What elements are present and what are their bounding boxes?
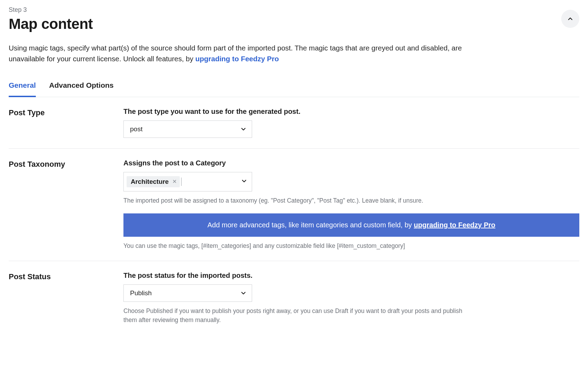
post-type-select[interactable]: post — [123, 120, 252, 138]
tabs: General Advanced Options — [9, 77, 579, 97]
taxonomy-chip-label: Architecture — [131, 178, 169, 186]
tab-general[interactable]: General — [9, 77, 36, 97]
post-status-select[interactable]: Publish — [123, 284, 252, 302]
page-description: Using magic tags, specify what part(s) o… — [9, 43, 463, 64]
post-status-label: The post status for the imported posts. — [123, 272, 579, 280]
chevron-down-icon — [241, 178, 248, 185]
upsell-banner: Add more advanced tags, like item catego… — [123, 213, 579, 237]
taxonomy-help-text: The imported post will be assigned to a … — [123, 196, 466, 205]
upsell-upgrade-link[interactable]: upgrading to Feedzy Pro — [414, 221, 495, 229]
post-status-heading: Post Status — [9, 272, 123, 281]
chevron-down-icon — [240, 290, 247, 297]
upsell-text: Add more advanced tags, like item catego… — [207, 221, 414, 229]
page-title: Map content — [9, 16, 579, 32]
taxonomy-input[interactable] — [181, 178, 188, 186]
post-taxonomy-select[interactable]: Architecture — [123, 172, 252, 191]
remove-chip-button[interactable] — [172, 178, 177, 186]
collapse-button[interactable] — [561, 10, 579, 28]
section-post-type: Post Type The post type you want to use … — [9, 97, 579, 149]
post-type-label: The post type you want to use for the ge… — [123, 108, 579, 116]
post-type-heading: Post Type — [9, 108, 123, 117]
step-label: Step 3 — [9, 6, 579, 14]
chevron-down-icon — [240, 126, 247, 133]
post-status-help: Choose Published if you want to publish … — [123, 307, 466, 324]
chevron-up-icon — [567, 15, 574, 22]
upgrade-link[interactable]: upgrading to Feedzy Pro — [195, 55, 279, 63]
taxonomy-magic-help: You can use the magic tags, [#item_categ… — [123, 242, 466, 250]
post-taxonomy-label: Assigns the post to a Category — [123, 159, 579, 167]
post-type-value: post — [130, 125, 143, 133]
tab-advanced-options[interactable]: Advanced Options — [49, 77, 114, 97]
taxonomy-chip-architecture: Architecture — [127, 176, 180, 187]
close-icon — [172, 179, 177, 184]
post-status-value: Publish — [130, 289, 152, 297]
section-post-taxonomy: Post Taxonomy Assigns the post to a Cate… — [9, 149, 579, 261]
section-post-status: Post Status The post status for the impo… — [9, 261, 579, 335]
post-taxonomy-heading: Post Taxonomy — [9, 160, 123, 169]
